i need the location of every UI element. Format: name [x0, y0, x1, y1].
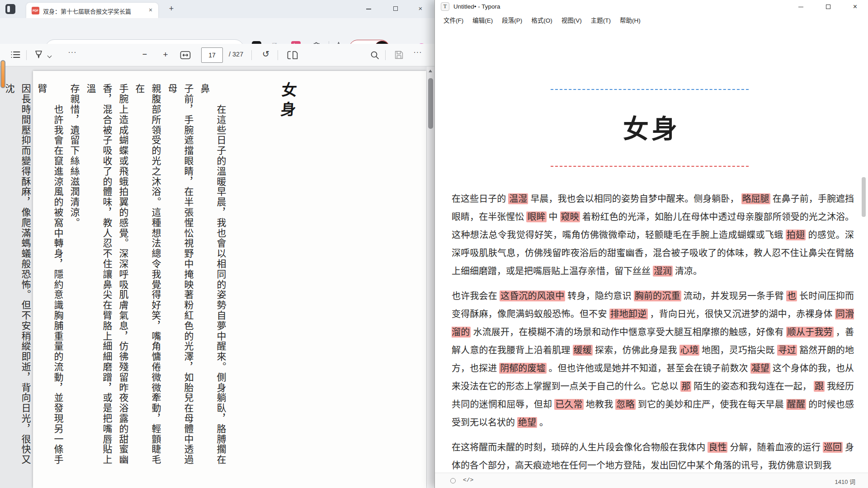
draw-dropdown-chevron-icon[interactable] [47, 54, 52, 58]
editor-paragraph[interactable]: 也许我会在这昏沉的风浪中转身，隐约意识胸前的沉重流动，并发现另一条手臂也长时间压… [452, 287, 854, 432]
rotate-icon[interactable]: ↺ [260, 49, 271, 60]
tab-title: 双身：第十七届联合报文学奖长篇 [43, 7, 151, 14]
tab-close-icon[interactable]: × [146, 6, 155, 14]
search-icon[interactable] [370, 50, 380, 60]
typora-window-title: Untitled• - Typora [453, 3, 500, 10]
word-count-label: 1410 词 [835, 477, 855, 486]
pdf-file-icon: PDF [32, 7, 39, 14]
pdf-text-column: 香，混合被子吸收了的體味，教人忍不住讓鼻尖在臂胳上細細磨蹭，或是把嘴唇貼上溫 [82, 84, 115, 475]
pdf-chapter-title: 女身 [275, 82, 300, 121]
zoom-out-button[interactable]: − [139, 50, 150, 61]
ocr-highlight[interactable]: 顺从于我劳 [786, 327, 834, 338]
pdf-text-column: 存親惜，遺留下絲絲滋潤清涼。 [66, 84, 82, 475]
toc-icon[interactable] [11, 51, 20, 59]
typora-status-bar: </> 1410 词 [435, 473, 868, 488]
ocr-highlight[interactable]: 温湿 [508, 193, 528, 204]
ocr-highlight[interactable]: 良性 [708, 442, 727, 453]
ocr-highlight[interactable]: 凝望 [750, 363, 770, 374]
pdf-scrollbar-thumb[interactable] [428, 78, 433, 129]
pdf-text-column: 子前，手腕遮擋眼睛，在半張惺忪視野中掩映著粉紅色的光澤，如胎兒在母體中透過母 [164, 84, 196, 475]
ocr-highlight[interactable]: 这昏沉的风浪中 [500, 291, 565, 301]
new-tab-button[interactable]: + [166, 4, 176, 14]
workspaces-icon[interactable] [5, 4, 15, 14]
typora-close-button[interactable]: × [845, 0, 865, 14]
document-heading[interactable]: 女身 [435, 108, 868, 145]
ocr-highlight[interactable]: 阴郁的废墟 [499, 363, 546, 374]
ocr-highlight[interactable]: 缓缓 [573, 345, 593, 356]
typora-menu-bar: 文件(F)编辑(E)段落(P)格式(O)视图(V)主题(T)帮助(H) [435, 14, 868, 26]
fit-width-icon[interactable] [180, 51, 191, 60]
pdf-tab[interactable]: PDF 双身：第十七届联合报文学奖长篇 × [26, 3, 158, 18]
typora-window: T Untitled• - Typora × 文件(F)编辑(E)段落(P)格式… [434, 0, 868, 488]
menu-item-1[interactable]: 编辑(E) [468, 14, 497, 26]
pdfbar-overflow-icon[interactable]: ··· [412, 48, 423, 59]
menu-item-2[interactable]: 段落(P) [497, 14, 527, 26]
horizontal-rule-red [551, 166, 749, 167]
edge-sidebar-handle[interactable] [0, 60, 5, 88]
page-number-input[interactable]: 17 [201, 47, 223, 63]
ocr-highlight[interactable]: 窥映 [560, 211, 580, 222]
source-code-mode-icon[interactable]: </> [463, 477, 473, 483]
horizontal-rule-blue [551, 89, 749, 90]
pdfbar-more-icon[interactable]: ··· [67, 48, 78, 59]
pdf-text-column: 因長時間壓抑而變得酥麻，像爬滿螞蟻般恐怖。但不安稍縱即逝，背向日光，很快又沈 [1, 84, 33, 475]
zoom-in-button[interactable]: + [160, 50, 171, 61]
browser-window: PDF 双身：第十七届联合报文学奖长篇 × + × ← ↻ ⓘ 文件 D:/电子… [0, 0, 434, 488]
menu-item-6[interactable]: 帮助(H) [615, 14, 645, 26]
pdfbar-divider [26, 50, 27, 60]
pdf-scrollbar[interactable] [427, 66, 434, 488]
typora-editor[interactable]: 女身 在这些日子的温湿早晨，我也会以相同的姿势自梦中醒来。侧身躺卧，略屈腿在鼻子… [435, 26, 868, 473]
page-total-label: / 327 [229, 51, 243, 58]
typora-title-bar[interactable]: T Untitled• - Typora × [435, 0, 868, 14]
typora-minimize-button[interactable] [791, 0, 811, 14]
document-body[interactable]: 在这些日子的温湿早晨，我也会以相同的姿势自梦中醒来。侧身躺卧，略屈腿在鼻子前，手… [452, 190, 854, 473]
pdfbar-divider [278, 50, 278, 60]
menu-item-0[interactable]: 文件(F) [439, 14, 468, 26]
ocr-highlight[interactable]: 忽略 [615, 399, 635, 410]
browser-tab-bar: PDF 双身：第十七届联合报文学奖长篇 × + × [0, 0, 434, 18]
ocr-highlight[interactable]: 寻过 [777, 345, 797, 356]
ocr-highlight[interactable]: 略屈腿 [741, 193, 770, 204]
pdf-text-column: 親腹部所領受的光之沐浴。這種想法總令我覺得好笑，嘴角慵倦微微牽動，輕顫睫毛在 [131, 84, 164, 475]
save-icon[interactable] [394, 50, 404, 60]
pdf-viewer-toolbar: ··· − + 17 / 327 ↺ ··· [0, 44, 434, 66]
ocr-highlight[interactable]: 那 [680, 381, 691, 392]
browser-maximize-button[interactable] [385, 0, 406, 17]
pdf-text-column: 在這些日子的溫暖早晨，我也會以相同的姿勢自夢中醒來。側身躺臥，胳膊擱在鼻 [196, 84, 229, 475]
ocr-highlight[interactable]: 醒醒 [786, 399, 806, 410]
pdf-text-column: 進夢的湖中，赤裸身體向滑過的水流展開，在模糊不清的場景和動作中愜意享受大腿互 [0, 84, 1, 475]
ocr-highlight[interactable]: 绝望 [517, 417, 537, 428]
pdf-text-column: 手腕上造成蝴蝶或飛蛾拍翼的感覺。深深呼吸肌膚氣息，仿彿殘留昨夜浴露的甜蜜幽 [115, 84, 131, 475]
pdfbar-divider [385, 50, 386, 60]
ocr-highlight[interactable]: 跟 [814, 381, 825, 392]
pdf-content-area[interactable]: 女身 在這些日子的溫暖早晨，我也會以相同的姿勢自夢中醒來。側身躺臥，胳膊擱在鼻子… [0, 66, 434, 488]
draw-pen-icon[interactable] [33, 50, 44, 60]
editor-paragraph[interactable]: 在这些日子的温湿早晨，我也会以相同的姿势自梦中醒来。侧身躺卧，略屈腿在鼻子前，手… [452, 190, 854, 280]
menu-item-4[interactable]: 视图(V) [557, 14, 586, 26]
ocr-highlight[interactable]: 心境 [679, 345, 699, 356]
status-circle-icon[interactable] [450, 478, 456, 483]
typora-scrollbar-thumb[interactable] [862, 177, 866, 217]
pdfbar-divider [251, 50, 252, 60]
typora-maximize-button[interactable] [818, 0, 838, 14]
browser-toolbar: ← ↻ ⓘ 文件 D:/电子书/董启章/双身：第十七... ☆ Z 中A 登录 [0, 18, 434, 44]
ocr-highlight[interactable]: 巡回 [823, 442, 843, 453]
editor-paragraph[interactable]: 在这将醒而未醒的时刻，琐碎的人生片段会像化合物般在我体内良性分解，随着血液的运行… [452, 438, 854, 473]
ocr-highlight[interactable]: 已久常 [554, 399, 584, 410]
browser-close-button[interactable]: × [410, 0, 431, 17]
ocr-highlight[interactable]: 拍翅 [786, 230, 806, 240]
pdf-page: 女身 在這些日子的溫暖早晨，我也會以相同的姿勢自夢中醒來。側身躺臥，胳膊擱在鼻子… [33, 71, 426, 488]
page-view-icon[interactable] [287, 51, 298, 60]
ocr-highlight[interactable]: 湿润 [653, 266, 673, 277]
pdf-text-column: 也許我會在竄進涼風的被窩中轉身，隱約意識胸脯重量的流動，並發現另一條手臂 [33, 84, 66, 475]
ocr-highlight[interactable]: 眼眸 [526, 211, 546, 222]
typora-logo-icon: T [441, 2, 449, 11]
menu-item-3[interactable]: 格式(O) [527, 14, 557, 26]
ocr-highlight[interactable]: 也 [786, 291, 797, 301]
menu-item-5[interactable]: 主题(T) [586, 14, 615, 26]
ocr-highlight[interactable]: 胸前的沉重 [634, 291, 681, 301]
scroll-up-arrow-icon[interactable] [429, 70, 432, 72]
pdf-text-block: 在這些日子的溫暖早晨，我也會以相同的姿勢自夢中醒來。側身躺臥，胳膊擱在鼻子前，手… [0, 84, 229, 475]
browser-minimize-button[interactable] [358, 0, 379, 17]
ocr-highlight[interactable]: 排地卸逆 [609, 309, 648, 319]
